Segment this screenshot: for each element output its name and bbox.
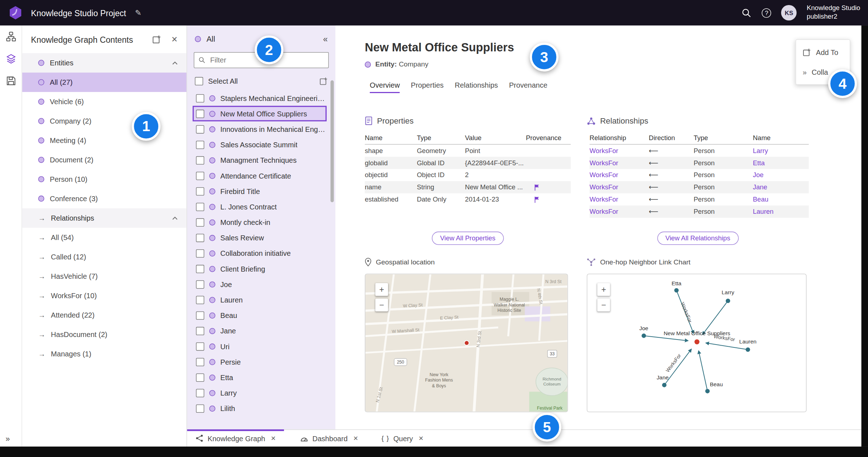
item-checkbox[interactable] [196,218,204,226]
close-tab-icon[interactable]: ✕ [419,435,424,442]
relationship-filter-hasvehicle[interactable]: →HasVehicle (7) [22,267,187,286]
item-checkbox[interactable] [196,171,204,180]
item-checkbox[interactable] [196,203,204,211]
item-checkbox[interactable] [196,264,204,273]
node-center[interactable] [695,340,700,345]
list-item[interactable]: Lilith [193,401,327,416]
list-item-selected[interactable]: New Metal Office Suppliers [193,106,327,121]
tab-query[interactable]: { } Query ✕ [373,430,432,447]
list-item[interactable]: Beau [193,308,327,323]
item-checkbox[interactable] [196,404,204,412]
close-tab-icon[interactable]: ✕ [271,435,276,442]
entity-filter-all[interactable]: All (27) [22,73,187,92]
list-item[interactable]: Persie [193,354,327,369]
item-checkbox[interactable] [196,327,204,335]
select-all-checkbox[interactable] [195,77,203,85]
relationship-filter-worksfor[interactable]: →WorksFor (10) [22,286,187,305]
list-item[interactable]: Sales Review [193,230,327,245]
list-item[interactable]: Client Briefing [193,261,327,276]
view-all-properties-button[interactable]: View All Properties [432,232,504,245]
item-checkbox[interactable] [196,296,204,304]
node-etta[interactable] [674,288,678,292]
tab-properties[interactable]: Properties [405,77,449,93]
item-checkbox[interactable] [196,389,204,397]
relationship-filter-hasdocument[interactable]: →HasDocument (2) [22,325,187,344]
expand-rail-icon[interactable]: » [5,434,10,443]
help-icon[interactable]: ? [762,8,771,17]
list-item[interactable]: Joe [193,277,327,292]
provenance-flag-icon[interactable] [534,184,541,191]
edit-title-icon[interactable]: ✎ [135,8,141,17]
list-item[interactable]: Montly check-in [193,214,327,230]
list-item[interactable]: Innovations in Mechanical Engin... [193,121,327,137]
item-checkbox[interactable] [196,280,204,288]
entities-section-header[interactable]: Entities [22,53,187,73]
tab-knowledge-graph[interactable]: Knowledge Graph ✕ [187,430,284,447]
node-jane[interactable] [662,383,666,387]
provenance-flag-icon[interactable] [534,196,541,203]
search-icon[interactable] [741,7,752,18]
item-checkbox[interactable] [196,249,204,257]
list-item[interactable]: Lauren [193,292,327,308]
node-larry[interactable] [726,299,730,303]
entity-filter-meeting[interactable]: Meeting (4) [22,131,187,150]
item-checkbox[interactable] [196,140,204,149]
add-to-button[interactable]: Add To [796,42,850,62]
scrollbar-thumb[interactable] [331,80,334,202]
list-item[interactable]: L. Jones Contract [193,199,327,214]
save-icon[interactable] [0,70,22,92]
chart-zoom-out-button[interactable]: − [597,299,610,311]
relationship-filter-all[interactable]: →All (54) [22,228,187,247]
item-checkbox[interactable] [196,234,204,242]
collapse-panel-icon[interactable]: « [323,34,328,43]
chart-zoom-in-button[interactable]: + [597,283,610,296]
chevron-up-icon[interactable] [172,216,178,220]
item-checkbox[interactable] [196,342,204,350]
list-item[interactable]: Staplers Mechanical Engineering [193,90,327,106]
list-item[interactable]: Sales Associate Summit [193,137,327,152]
view-all-relationships-button[interactable]: View All Relationships [657,232,738,245]
list-item[interactable]: Uri [193,338,327,354]
link-chart[interactable]: + − [587,274,807,412]
close-panel-icon[interactable]: ✕ [171,35,178,44]
entity-filter-person[interactable]: Person (10) [22,170,187,189]
map-marker[interactable] [465,341,469,345]
list-item[interactable]: Etta [193,370,327,385]
list-item[interactable]: Firebird Title [193,183,327,199]
item-checkbox[interactable] [196,94,204,102]
node-beau[interactable] [705,389,710,393]
chevron-up-icon[interactable] [172,61,178,64]
item-checkbox[interactable] [196,125,204,133]
hierarchy-icon[interactable] [0,26,22,48]
entity-filter-vehicle[interactable]: Vehicle (6) [22,92,187,111]
list-item[interactable]: Jane [193,323,327,338]
relationship-filter-called[interactable]: →Called (12) [22,247,187,267]
add-to-new-icon[interactable] [319,77,328,85]
node-lauren[interactable] [746,347,750,352]
list-item[interactable]: Larry [193,385,327,401]
relationship-filter-manages[interactable]: →Manages (1) [22,344,187,364]
item-checkbox[interactable] [196,187,204,195]
layers-icon[interactable] [0,48,22,70]
tab-provenance[interactable]: Provenance [504,77,553,93]
map-zoom-in-button[interactable]: + [375,283,388,296]
entity-filter-document[interactable]: Document (2) [22,150,187,170]
item-checkbox[interactable] [196,110,204,118]
map[interactable]: + − [365,274,568,412]
tab-overview[interactable]: Overview [364,77,405,93]
item-checkbox[interactable] [196,156,204,164]
relationships-section-header[interactable]: → Relationships [22,208,187,228]
list-item[interactable]: Managment Techniques [193,152,327,168]
item-checkbox[interactable] [196,373,204,382]
item-checkbox[interactable] [196,311,204,319]
add-panel-icon[interactable] [152,35,161,44]
relationship-filter-attended[interactable]: →Attended (22) [22,305,187,325]
node-joe[interactable] [641,333,646,338]
avatar[interactable]: KS [781,5,797,20]
item-checkbox[interactable] [196,357,204,366]
entity-filter-conference[interactable]: Conference (3) [22,189,187,208]
tab-dashboard[interactable]: Dashboard ✕ [292,430,367,447]
entity-filter-company[interactable]: Company (2) [22,111,187,131]
map-zoom-out-button[interactable]: − [375,299,388,311]
tab-relationships[interactable]: Relationships [449,77,503,93]
